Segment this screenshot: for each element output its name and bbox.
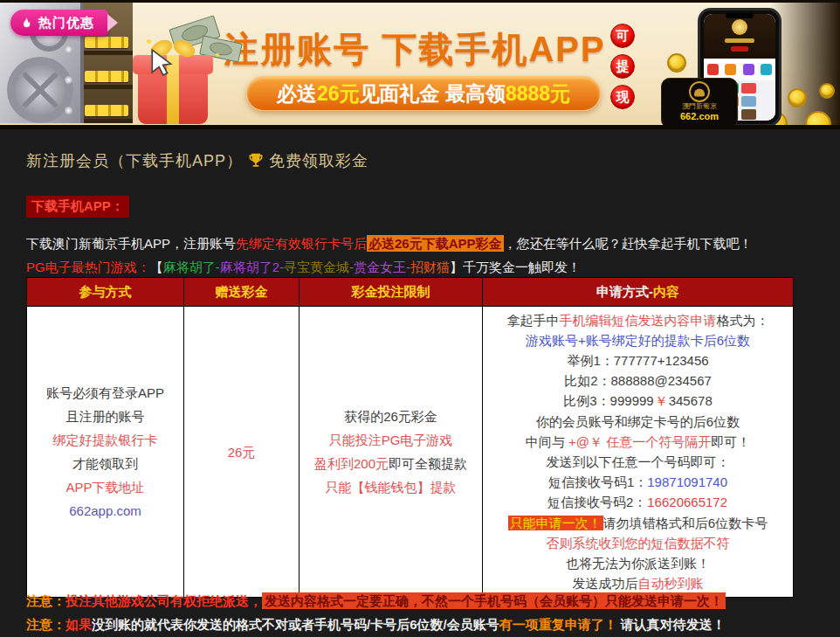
gold-coin-decor bbox=[667, 53, 686, 73]
bonus-pill: 必送26元见面礼金 最高领8888元 bbox=[246, 76, 601, 111]
download-app-label: 下载手机APP： bbox=[26, 196, 129, 218]
table-cell-line: APP下载地址 bbox=[27, 475, 183, 499]
table-cell-line: 发送成功后自动秒到账 bbox=[483, 573, 793, 593]
table-cell-line: 盈利到200元即可全额提款 bbox=[300, 452, 482, 475]
table-cell-line: 短信接收号码1：19871091740 bbox=[483, 472, 793, 492]
table-cell-line: 否则系统收到您的短信数据不符 bbox=[483, 533, 793, 553]
app-logo-badge: 澳門新葡京 662.com bbox=[661, 78, 738, 128]
promo-line-1: 下载澳门新葡京手机APP，注册账号先绑定有效银行卡号后必送26元下载APP彩金，… bbox=[26, 236, 753, 253]
table-cell-line: 比如2：888888@234567 bbox=[483, 370, 793, 391]
header-bonus: 赠送彩金 bbox=[184, 278, 300, 307]
sparkle-decor bbox=[216, 53, 219, 57]
withdraw-badge: 现 bbox=[610, 85, 635, 109]
hot-offer-ribbon: 热门优惠 bbox=[10, 10, 108, 36]
table-header-row: 参与方式 赠送彩金 彩金投注限制 申请方式-内容 bbox=[27, 278, 794, 307]
table-cell-line: 只能投注PG电子游戏 bbox=[300, 428, 482, 452]
withdraw-badge: 可 bbox=[610, 24, 635, 48]
cell-apply: 拿起手中手机编辑短信发送内容申请格式为：游戏账号+账号绑定好的提款卡后6位数举例… bbox=[483, 307, 794, 598]
promo-banner[interactable]: 热门优惠 注册账号 下载手机APP 必送26元见面礼金 最高领8888元 可 提… bbox=[0, 0, 840, 129]
cell-limit: 获得的26元彩金只能投注PG电子游戏盈利到200元即可全额提款只能【钱能钱包】提… bbox=[300, 307, 483, 598]
note-line-1: 注意：投注其他游戏公司有权拒绝派送，发送内容格式一定要正确，不然一个手机号码（会… bbox=[26, 593, 726, 610]
flame-icon bbox=[19, 16, 33, 30]
phone-notch bbox=[726, 13, 754, 18]
table-cell-line: 才能领取到 bbox=[27, 452, 183, 475]
table-cell-line: 绑定好提款银行卡 bbox=[27, 428, 183, 452]
brand-domain: 662.com bbox=[662, 111, 737, 121]
promo-table: 参与方式 赠送彩金 彩金投注限制 申请方式-内容 账号必须有登录APP且注册的账… bbox=[26, 277, 794, 598]
table-cell-line[interactable]: 662app.com bbox=[27, 499, 183, 523]
cell-participation: 账号必须有登录APP且注册的账号绑定好提款银行卡才能领取到APP下载地址662a… bbox=[27, 307, 184, 598]
table-cell-line: 举例1：777777+123456 bbox=[483, 350, 793, 370]
table-cell-line: 发送到以下任意一个号码即可： bbox=[483, 452, 793, 472]
brand-name: 澳門新葡京 bbox=[662, 102, 737, 111]
table-cell-line: 26元 bbox=[184, 440, 299, 464]
table-cell-line: 只能申请一次！请勿填错格式和后6位数卡号 bbox=[483, 513, 793, 533]
vault-wheel bbox=[7, 57, 73, 123]
table-cell-line: 获得的26元彩金 bbox=[300, 405, 482, 428]
table-cell-line: 且注册的账号 bbox=[27, 405, 183, 428]
note-line-2: 注意：如果没到账的就代表你发送的格式不对或者手机号码/卡号后6位数/会员账号有一… bbox=[26, 617, 726, 634]
withdraw-badge: 提 bbox=[610, 54, 635, 79]
table-cell-line: 只能【钱能钱包】提款 bbox=[300, 475, 482, 499]
table-cell-line: 比例3：999999￥345678 bbox=[483, 391, 793, 411]
page-title-left: 新注册会员（下载手机APP） bbox=[26, 150, 243, 171]
page-title: 新注册会员（下载手机APP） 免费领取彩金 bbox=[26, 150, 368, 171]
banner-title: 注册账号 下载手机APP bbox=[223, 25, 607, 73]
page: 热门优惠 注册账号 下载手机APP 必送26元见面礼金 最高领8888元 可 提… bbox=[0, 0, 840, 637]
table-cell-line: 也将无法为你派送到账！ bbox=[483, 553, 793, 573]
brand-logo-icon bbox=[689, 81, 710, 102]
gold-coin-decor bbox=[819, 83, 835, 99]
promo-line-2: PG电子最热门游戏：【麻将胡了-麻将胡了2-寻宝黄金城-赏金女王-招财猫】千万奖… bbox=[26, 260, 581, 276]
table-cell-line: 游戏账号+账号绑定好的提款卡后6位数 bbox=[483, 330, 793, 350]
table-cell-line: 你的会员账号和绑定卡号的后6位数 bbox=[483, 412, 793, 432]
table-cell-line: 中间与 +@￥ 任意一个符号隔开即可！ bbox=[483, 432, 793, 452]
table-body-row: 账号必须有登录APP且注册的账号绑定好提款银行卡才能领取到APP下载地址662a… bbox=[27, 307, 794, 598]
withdraw-badges: 可 提 现 bbox=[610, 24, 635, 109]
gold-coin-decor bbox=[788, 88, 807, 107]
header-participation: 参与方式 bbox=[27, 278, 184, 307]
trophy-icon bbox=[247, 152, 265, 170]
table-cell-line: 拿起手中手机编辑短信发送内容申请格式为： bbox=[483, 310, 793, 330]
cursor-pointer-icon bbox=[150, 48, 175, 80]
header-limit: 彩金投注限制 bbox=[300, 278, 483, 307]
table-cell-line: 短信接收号码2：16620665172 bbox=[483, 492, 793, 512]
ribbon-label: 热门优惠 bbox=[38, 15, 94, 31]
page-title-right: 免费领取彩金 bbox=[269, 150, 368, 171]
sparkle-decor bbox=[147, 39, 151, 44]
table-cell-line: 账号必须有登录APP bbox=[27, 381, 183, 405]
cell-bonus: 26元 bbox=[184, 307, 300, 598]
header-apply: 申请方式-内容 bbox=[483, 278, 794, 307]
